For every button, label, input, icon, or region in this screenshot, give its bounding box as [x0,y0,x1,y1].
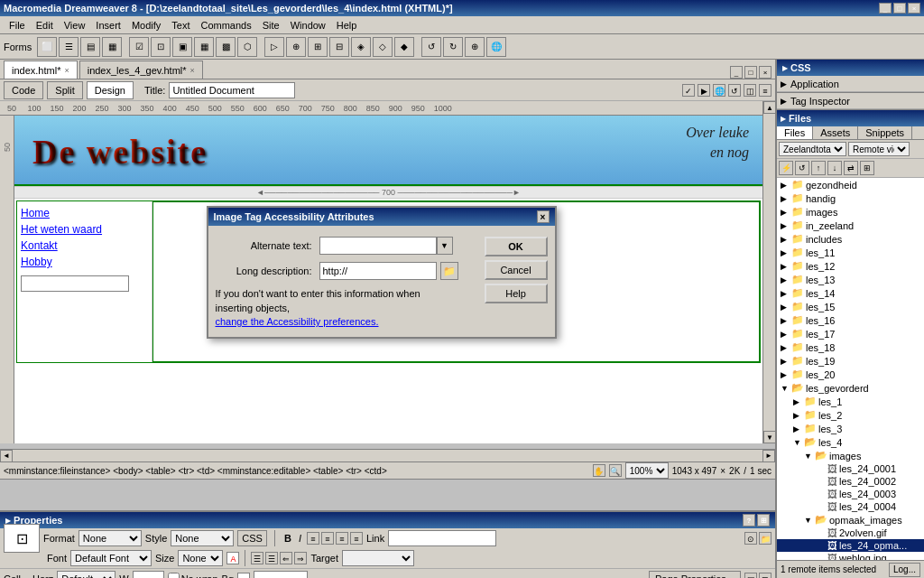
preview-btn[interactable]: ◫ [744,84,756,97]
tree-item-les11[interactable]: ▶ 📁 les_11 [777,246,924,259]
tb-btn-15[interactable]: ◈ [351,37,371,57]
tb-btn-1[interactable]: ⬜ [37,37,57,57]
split-view-button[interactable]: Split [47,81,82,99]
sync-btn[interactable]: ⇄ [844,161,858,175]
menu-view[interactable]: View [59,18,91,33]
tb-btn-11[interactable]: ▷ [264,37,284,57]
tree-item-in-zeeland[interactable]: ▶ 📁 in_zeeland [777,219,924,232]
maximize-button[interactable]: □ [893,3,906,14]
tab-les4-close[interactable]: × [190,66,195,75]
menu-text[interactable]: Text [166,18,195,33]
tb-btn-5[interactable]: ☑ [129,37,149,57]
tb-btn-7[interactable]: ▣ [172,37,192,57]
split-cells-btn[interactable]: ⊡ [759,573,772,579]
tree-item-les12[interactable]: ▶ 📁 les_12 [777,259,924,273]
tab-minimize-btn[interactable]: _ [730,66,743,79]
ordered-list-btn[interactable]: ☰ [265,552,278,564]
style-select[interactable]: None [171,530,234,546]
align-justify-btn[interactable]: ≡ [350,532,363,545]
files-tab-files[interactable]: Files [777,126,813,139]
dialog-help-button[interactable]: Help [485,284,548,303]
download-btn[interactable]: ↓ [827,161,842,175]
tag-inspector-header[interactable]: ▶ Tag Inspector [777,93,924,109]
menu-edit[interactable]: Edit [31,18,59,33]
tb-btn-14[interactable]: ⊟ [329,37,349,57]
align-right-btn[interactable]: ≡ [336,532,348,545]
italic-icon[interactable]: I [297,533,303,544]
options-btn[interactable]: ≡ [759,84,772,97]
refresh-files-btn[interactable]: ↺ [795,161,809,175]
minimize-button[interactable]: _ [879,3,892,14]
align-left-btn[interactable]: ≡ [307,532,319,545]
tree-item-les4-images[interactable]: ▼ 📂 images [777,449,924,462]
tb-btn-20[interactable]: ⊕ [465,37,485,57]
menu-file[interactable]: File [4,18,31,33]
tab-index[interactable]: index.html* × [4,61,78,79]
unordered-list-btn[interactable]: ☰ [251,552,263,564]
alt-dropdown-btn[interactable]: ▼ [437,237,453,255]
bg-input[interactable] [254,571,308,579]
alt-text-input[interactable] [319,237,437,255]
tab-maximize-btn[interactable]: □ [744,66,757,79]
menu-window[interactable]: Window [285,18,331,33]
css-button[interactable]: CSS [237,530,267,546]
menu-commands[interactable]: Commands [195,18,256,33]
tb-btn-8[interactable]: ▦ [194,37,214,57]
tb-btn-3[interactable]: ▤ [80,37,100,57]
tree-item-les19[interactable]: ▶ 📁 les_19 [777,354,924,368]
menu-modify[interactable]: Modify [126,18,166,33]
format-select[interactable]: None [79,530,142,546]
tree-item-images[interactable]: ▶ 📁 images [777,205,924,219]
tree-item-les3[interactable]: ▶ 📁 les_3 [777,422,924,435]
close-button[interactable]: × [908,3,920,14]
tree-item-les24-0001[interactable]: 🖼 les_24_0001 [777,462,924,475]
tb-btn-13[interactable]: ⊞ [308,37,328,57]
css-panel-header[interactable]: ▸ CSS [777,60,924,76]
no-wrap-checkbox[interactable] [168,573,180,578]
tree-item-includes[interactable]: ▶ 📁 includes [777,232,924,246]
merge-cells-btn[interactable]: ▣ [744,573,757,579]
tb-btn-2[interactable]: ☰ [59,37,79,57]
dialog-cancel-button[interactable]: Cancel [485,260,548,280]
tb-btn-12[interactable]: ⊕ [286,37,306,57]
browse-file-btn[interactable]: 📁 [759,532,772,545]
tree-item-les24-0004[interactable]: 🖼 les_24_0004 [777,500,924,513]
indent-btn[interactable]: ⇒ [294,552,307,564]
handtool-btn[interactable]: ✋ [593,464,605,477]
page-properties-button[interactable]: Page Properties... [649,571,741,579]
world-btn[interactable]: 🌐 [713,84,725,97]
validate-btn[interactable]: ✓ [682,84,695,97]
tree-item-les16[interactable]: ▶ 📁 les_16 [777,313,924,327]
dialog-close-button[interactable]: × [537,210,550,223]
tree-item-gezondheid[interactable]: ▶ 📁 gezondheid [777,178,924,191]
props-help-btn[interactable]: ? [743,514,755,527]
tree-item-les17[interactable]: ▶ 📁 les_17 [777,327,924,340]
code-view-button[interactable]: Code [4,81,43,99]
tree-item-handig[interactable]: ▶ 📁 handig [777,191,924,205]
tb-btn-16[interactable]: ◇ [373,37,393,57]
tab-les4[interactable]: index_les_4_gev.html* × [79,61,203,79]
tb-btn-19[interactable]: ↻ [443,37,463,57]
tree-item-les4[interactable]: ▼ 📂 les_4 [777,435,924,449]
size-select[interactable]: None [178,550,223,566]
font-color-btn[interactable]: A [226,552,239,564]
zoom-select[interactable]: 100% 50% 200% [625,462,669,479]
horizontal-scrollbar[interactable]: ◄ ► [0,449,775,461]
application-section-header[interactable]: ▶ Application [777,76,924,92]
refresh-btn[interactable]: ↺ [728,84,741,97]
tb-btn-10[interactable]: ⬡ [237,37,257,57]
tree-item-les1[interactable]: ▶ 📁 les_1 [777,395,924,408]
connect-btn[interactable]: ⚡ [779,161,793,175]
tb-btn-9[interactable]: ▩ [216,37,236,57]
align-center-btn[interactable]: ≡ [321,532,334,545]
design-view-button[interactable]: Design [87,81,134,99]
tree-item-les15[interactable]: ▶ 📁 les_15 [777,300,924,313]
files-panel-header[interactable]: ▸ Files [777,110,924,126]
menu-insert[interactable]: Insert [90,18,126,33]
outdent-btn[interactable]: ⇐ [280,552,292,564]
menu-site[interactable]: Site [257,18,285,33]
tree-item-les-gevorderd[interactable]: ▼ 📂 les_gevorderd [777,381,924,395]
site-location-select[interactable]: Zeelandtotaal [779,142,846,156]
vertical-scrollbar[interactable]: ▲ ▼ [762,101,775,443]
bold-icon[interactable]: B [282,533,293,544]
